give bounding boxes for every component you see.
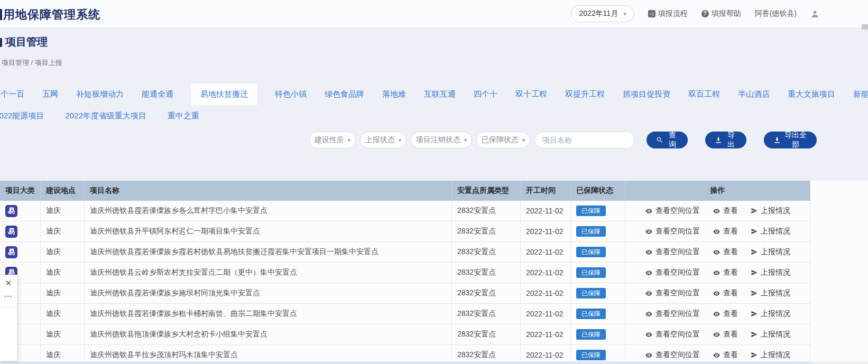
tab-互联互通[interactable]: 互联互通 bbox=[424, 89, 456, 99]
view-link[interactable]: 查看 bbox=[713, 247, 738, 257]
view-spatial-location-link[interactable]: 查看空间位置 bbox=[645, 330, 700, 339]
project-name-cell: 迪庆州德钦县云岭乡斯农村支拉安置点二期（更中）集中安置点 bbox=[85, 263, 452, 283]
view-link[interactable]: 查看 bbox=[713, 309, 738, 319]
view-spatial-location-link[interactable]: 查看空间位置 bbox=[645, 268, 700, 277]
action-label: 上报情况 bbox=[761, 309, 790, 319]
tab-2022年度省级重大项目[interactable]: 2022年度省级重大项目 bbox=[65, 111, 146, 121]
view-link[interactable]: 查看 bbox=[713, 206, 738, 216]
export-all-button[interactable]: 导出全部 bbox=[764, 132, 817, 148]
tab-2022能源项目[interactable]: 2022能源项目 bbox=[0, 111, 44, 121]
location-cell: 迪庆 bbox=[41, 263, 85, 283]
breadcrumb[interactable]: 项目管理 / 项目上报 bbox=[2, 58, 62, 68]
tab-补短板增动力[interactable]: 补短板增动力 bbox=[76, 89, 124, 99]
tab-重中之重[interactable]: 重中之重 bbox=[168, 111, 199, 121]
close-icon[interactable]: ✕ bbox=[0, 278, 17, 288]
fill-process-link[interactable]: ◁ 填报流程 bbox=[648, 9, 688, 18]
status-badge: 已保障 bbox=[576, 309, 606, 319]
report-status-link[interactable]: 上报情况 bbox=[751, 268, 790, 277]
view-link[interactable]: 查看 bbox=[713, 288, 738, 298]
eye-icon bbox=[645, 248, 653, 256]
action-label: 查看空间位置 bbox=[655, 330, 700, 339]
view-spatial-location-link[interactable]: 查看空间位置 bbox=[645, 247, 700, 257]
search-button[interactable]: 查询 bbox=[647, 132, 688, 148]
scrollbar-thumb[interactable] bbox=[862, 24, 868, 30]
action-label: 查看 bbox=[723, 309, 738, 319]
col-header-category: 项目大类 bbox=[0, 181, 41, 201]
paper-plane-icon bbox=[751, 248, 758, 256]
status-badge: 已保障 bbox=[576, 288, 606, 298]
col-header-actions: 操作 bbox=[625, 181, 810, 201]
paper-plane-icon bbox=[751, 290, 758, 297]
eye-icon bbox=[645, 310, 653, 318]
location-cell: 迪庆 bbox=[41, 324, 85, 344]
eye-icon bbox=[645, 228, 653, 236]
action-label: 查看空间位置 bbox=[655, 227, 700, 236]
paper-plane-icon bbox=[751, 207, 758, 214]
filter-dropdown-已保障状态[interactable]: 已保障状态▾ bbox=[476, 132, 530, 148]
action-label: 上报情况 bbox=[761, 206, 790, 216]
month-selector[interactable]: 2022年11月 ▾ bbox=[571, 5, 634, 22]
actions-cell: 查看空间位置查看上报情况 bbox=[625, 221, 810, 241]
start-date-cell: 2022-11-02 bbox=[521, 242, 571, 262]
project-name-input[interactable] bbox=[534, 132, 635, 148]
status-badge: 已保障 bbox=[576, 247, 606, 257]
action-label: 查看 bbox=[723, 350, 738, 360]
report-status-link[interactable]: 上报情况 bbox=[751, 227, 790, 236]
chevron-down-icon: ▾ bbox=[623, 11, 626, 17]
view-spatial-location-link[interactable]: 查看空间位置 bbox=[645, 288, 700, 298]
tab-双十工程[interactable]: 双十工程 bbox=[515, 89, 547, 99]
action-label: 查看 bbox=[723, 268, 738, 277]
tab-重大文旅项目[interactable]: 重大文旅项目 bbox=[788, 89, 835, 99]
report-status-link[interactable]: 上报情况 bbox=[751, 330, 790, 339]
report-status-link[interactable]: 上报情况 bbox=[751, 350, 790, 360]
tab-双百工程[interactable]: 双百工程 bbox=[688, 89, 720, 99]
eye-icon bbox=[713, 331, 721, 339]
actions-cell: 查看空间位置查看上报情况 bbox=[625, 283, 810, 303]
actions-cell: 查看空间位置查看上报情况 bbox=[625, 201, 810, 221]
tab-落地难[interactable]: 落地难 bbox=[382, 89, 406, 99]
report-status-link[interactable]: 上报情况 bbox=[751, 206, 790, 216]
tab-四个十[interactable]: 四个十 bbox=[474, 89, 497, 99]
view-spatial-location-link[interactable]: 查看空间位置 bbox=[645, 206, 700, 216]
tab-双提升工程[interactable]: 双提升工程 bbox=[565, 89, 605, 99]
tab-抓项目促投资[interactable]: 抓项目促投资 bbox=[623, 89, 670, 99]
fill-help-link[interactable]: ? 填报帮助 bbox=[701, 9, 741, 18]
month-selector-label: 2022年11月 bbox=[579, 9, 618, 18]
filter-dropdown-建设性质[interactable]: 建设性质▾ bbox=[309, 132, 356, 148]
action-label: 查看 bbox=[723, 227, 738, 236]
view-spatial-location-link[interactable]: 查看空间位置 bbox=[645, 227, 700, 236]
view-spatial-location-link[interactable]: 查看空间位置 bbox=[645, 350, 700, 360]
filter-label: 已保障状态 bbox=[482, 135, 519, 145]
tab-新能源项目[interactable]: 新能源项目 bbox=[853, 89, 868, 99]
report-status-link[interactable]: 上报情况 bbox=[751, 309, 790, 319]
view-link[interactable]: 查看 bbox=[713, 227, 738, 236]
type-cell: 2832安置点 bbox=[452, 263, 521, 283]
eye-icon bbox=[713, 310, 721, 318]
export-button[interactable]: 导出 bbox=[705, 132, 746, 148]
more-icon[interactable]: ··· bbox=[0, 292, 17, 301]
view-link[interactable]: 查看 bbox=[713, 268, 738, 277]
user-name[interactable]: 阿香(德钦县) bbox=[755, 9, 797, 18]
tab-特色小镇[interactable]: 特色小镇 bbox=[275, 89, 307, 99]
tab-能通全通[interactable]: 能通全通 bbox=[142, 89, 173, 99]
tab-易地扶贫搬迁[interactable]: 易地扶贫搬迁 bbox=[191, 83, 257, 105]
start-date-cell: 2022-11-02 bbox=[521, 304, 571, 324]
action-label: 查看空间位置 bbox=[655, 288, 700, 298]
tab-五网[interactable]: 五网 bbox=[42, 89, 58, 99]
tab-半山酒店[interactable]: 半山酒店 bbox=[738, 89, 770, 99]
report-status-link[interactable]: 上报情况 bbox=[751, 288, 790, 298]
type-cell: 2832安置点 bbox=[452, 201, 521, 221]
tab-绿色食品牌[interactable]: 绿色食品牌 bbox=[325, 89, 364, 99]
view-link[interactable]: 查看 bbox=[713, 330, 738, 339]
actions-cell: 查看空间位置查看上报情况 bbox=[625, 324, 810, 344]
report-status-link[interactable]: 上报情况 bbox=[751, 247, 790, 257]
tab-四个一百[interactable]: 四个一百 bbox=[0, 89, 24, 99]
user-icon[interactable] bbox=[810, 10, 819, 18]
view-spatial-location-link[interactable]: 查看空间位置 bbox=[645, 309, 700, 319]
filter-dropdown-上报状态[interactable]: 上报状态▾ bbox=[360, 132, 407, 148]
page-title: 项目管理 bbox=[5, 35, 48, 49]
action-label: 上报情况 bbox=[761, 268, 790, 277]
eye-icon bbox=[645, 351, 653, 359]
filter-dropdown-项目注销状态[interactable]: 项目注销状态▾ bbox=[411, 132, 472, 148]
view-link[interactable]: 查看 bbox=[713, 350, 738, 360]
